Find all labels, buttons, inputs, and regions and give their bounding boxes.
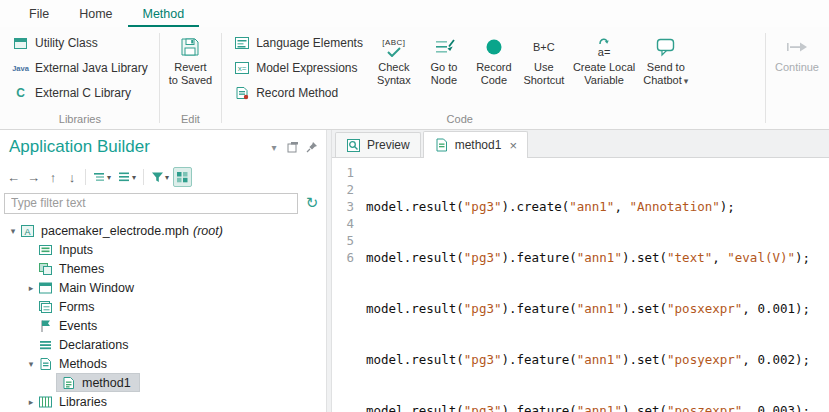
move-down-button[interactable]: ↓: [63, 167, 81, 187]
ribbon-group-code: Language Elements x= Model Expressions R…: [223, 27, 696, 129]
send-to-chatbot-label: Send toChatbot▾: [643, 61, 688, 88]
svg-text:x=: x=: [237, 64, 246, 73]
record-method-label: Record Method: [256, 86, 338, 100]
svg-text:A: A: [24, 226, 30, 236]
go-back-button[interactable]: ←: [4, 167, 23, 187]
tab-method[interactable]: Method: [128, 0, 200, 27]
tree-item-root[interactable]: ▾ A pacemaker_electrode.mph (root): [0, 221, 326, 240]
insert-menu-button[interactable]: ▾: [90, 167, 114, 187]
declarations-icon: [38, 337, 53, 352]
record-method-button[interactable]: Record Method: [227, 82, 369, 104]
collapse-icon[interactable]: ▾: [24, 359, 38, 369]
tree-item-label: Libraries: [59, 395, 107, 409]
line-number: 5: [332, 232, 354, 249]
go-to-node-button[interactable]: Go toNode: [419, 30, 469, 87]
tab-preview[interactable]: Preview: [335, 132, 421, 157]
use-shortcut-icon: B+C: [533, 34, 555, 60]
filter-menu-button[interactable]: ▾: [148, 167, 172, 187]
revert-to-saved-button[interactable]: Revertto Saved: [165, 30, 216, 87]
expand-icon[interactable]: ▸: [24, 283, 38, 293]
java-icon: Java: [12, 60, 29, 76]
line-number: 2: [332, 181, 354, 198]
tree-item-main-window[interactable]: ▸ Main Window: [0, 278, 326, 297]
themes-icon: [38, 261, 53, 276]
continue-group-label: [771, 124, 823, 129]
external-java-library-button[interactable]: Java External Java Library: [6, 57, 154, 79]
language-elements-button[interactable]: Language Elements: [227, 32, 369, 54]
application-root-icon: A: [20, 223, 35, 238]
methods-icon: [38, 356, 53, 371]
tab-method1-label: method1: [455, 138, 502, 152]
tree-item-label: Methods: [59, 357, 107, 371]
tree-item-method1[interactable]: method1: [0, 373, 326, 392]
tab-file[interactable]: File: [14, 0, 64, 27]
record-code-icon: [484, 34, 504, 60]
language-elements-label: Language Elements: [256, 36, 363, 50]
create-local-variable-icon: a=: [598, 34, 611, 60]
tree-item-declarations[interactable]: Declarations: [0, 335, 326, 354]
toggle-tree-view-button[interactable]: [173, 167, 192, 187]
ribbon-separator: [765, 33, 766, 123]
model-expressions-button[interactable]: x= Model Expressions: [227, 57, 369, 79]
tree-item-methods[interactable]: ▾ Methods: [0, 354, 326, 373]
tree-item-suffix: (root): [193, 224, 223, 238]
code-line: model.result("pg3").feature("ann1").set(…: [366, 249, 829, 266]
line-number: 3: [332, 198, 354, 215]
utility-class-icon: [12, 35, 29, 51]
view-menu-button[interactable]: ▾: [115, 167, 139, 187]
tab-method1[interactable]: method1 ×: [423, 131, 528, 158]
tree-item-label: Main Window: [59, 281, 134, 295]
float-panel-icon[interactable]: [285, 139, 301, 155]
language-elements-icon: [233, 35, 250, 51]
filter-input[interactable]: [4, 193, 298, 214]
check-syntax-label: CheckSyntax: [377, 61, 411, 87]
line-number: 1: [332, 164, 354, 181]
c-language-icon: C: [12, 85, 29, 101]
panel-menu-icon[interactable]: ▾: [266, 139, 282, 155]
tree-item-inputs[interactable]: Inputs: [0, 240, 326, 259]
external-c-library-button[interactable]: C External C Library: [6, 82, 154, 104]
tab-home[interactable]: Home: [64, 0, 127, 27]
pin-panel-icon[interactable]: [304, 139, 320, 155]
record-method-icon: [233, 85, 250, 101]
close-icon[interactable]: ×: [509, 138, 517, 153]
tree-item-themes[interactable]: Themes: [0, 259, 326, 278]
line-number: 4: [332, 215, 354, 232]
create-local-variable-button[interactable]: a= Create LocalVariable: [569, 30, 639, 87]
ribbon-group-libraries: Utility Class Java External Java Library…: [2, 27, 158, 129]
tab-preview-label: Preview: [367, 138, 410, 152]
ribbon-separator: [159, 33, 160, 123]
tree-item-events[interactable]: Events: [0, 316, 326, 335]
use-shortcut-label: UseShortcut: [523, 61, 564, 87]
go-to-node-icon: [433, 34, 455, 60]
tree-item-label: method1: [82, 376, 131, 390]
check-syntax-button[interactable]: [ABC] CheckSyntax: [369, 30, 419, 87]
filter-row: ↻: [0, 190, 326, 216]
chevron-down-icon: ▾: [107, 173, 111, 182]
chevron-down-icon: ▾: [684, 76, 689, 86]
toolbar-separator: [85, 169, 86, 185]
external-c-library-label: External C Library: [35, 86, 131, 100]
use-shortcut-button[interactable]: B+C UseShortcut: [519, 30, 569, 87]
collapse-icon[interactable]: ▾: [6, 226, 20, 236]
utility-class-button[interactable]: Utility Class: [6, 32, 154, 54]
move-up-button[interactable]: ↑: [44, 167, 62, 187]
code-line: model.result("pg3").feature("ann1").set(…: [366, 300, 829, 317]
panel-toolbar: ← → ↑ ↓ ▾ ▾ ▾: [0, 164, 326, 190]
ribbon: Utility Class Java External Java Library…: [0, 27, 829, 130]
code-text: model.result("pg3").create("ann1", "Anno…: [366, 164, 829, 412]
send-to-chatbot-button[interactable]: Send toChatbot▾: [639, 30, 692, 88]
line-number: 6: [332, 249, 354, 266]
application-window: File Home Method Utility Class Java Exte…: [0, 0, 829, 412]
tree-item-libraries[interactable]: ▸ Libraries: [0, 392, 326, 411]
selected-tree-item[interactable]: method1: [56, 373, 140, 392]
record-code-button[interactable]: RecordCode: [469, 30, 519, 87]
editor-tab-bar: Preview method1 ×: [332, 130, 829, 158]
refresh-icon[interactable]: ↻: [303, 194, 321, 212]
expand-icon[interactable]: ▸: [24, 397, 38, 407]
tree-item-forms[interactable]: Forms: [0, 297, 326, 316]
continue-button[interactable]: Continue: [771, 30, 823, 74]
go-forward-button[interactable]: →: [24, 167, 43, 187]
code-editor[interactable]: 1 2 3 4 5 6 model.result("pg3").create("…: [332, 158, 829, 412]
tree-item-label: Themes: [59, 262, 104, 276]
